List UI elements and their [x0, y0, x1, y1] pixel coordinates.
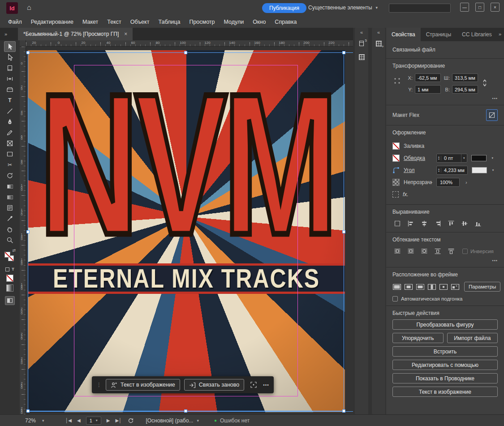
drag-grip-icon[interactable]: ⋮: [96, 382, 102, 388]
ruler-corner[interactable]: [20, 40, 26, 47]
chevron-down-icon[interactable]: ▾: [492, 156, 494, 160]
menu-item-layout[interactable]: Макет: [78, 19, 103, 25]
wrap-more-icon[interactable]: •••: [392, 258, 498, 263]
autofit-checkbox[interactable]: [392, 296, 398, 301]
hand-tool[interactable]: [4, 224, 16, 235]
constrain-proportions-icon[interactable]: [482, 79, 488, 87]
tab-properties[interactable]: Свойства: [386, 28, 421, 41]
tab-close-icon[interactable]: ×: [124, 31, 127, 37]
align-left-icon[interactable]: [406, 219, 416, 228]
corner-radius-stepper[interactable]: ▴▾ 4,233 мм: [436, 166, 468, 175]
wrap-bounding-box-icon[interactable]: [406, 247, 416, 256]
workspace-selector[interactable]: Существенные элементы ▾: [308, 4, 378, 11]
stroke-weight-stepper[interactable]: ▴▾ 0 пт ▾: [436, 154, 467, 163]
expand-tools-icon[interactable]: »: [0, 31, 12, 40]
menu-item-object[interactable]: Объект: [126, 19, 154, 25]
zoom-dropdown[interactable]: 72% ▾: [25, 417, 54, 424]
direct-selection-tool[interactable]: [4, 52, 16, 63]
collapse-dock-icon[interactable]: «: [355, 28, 368, 37]
wrap-none-icon[interactable]: [392, 247, 402, 256]
document-tab[interactable]: *Безымянный-1 @ 72% [Просмотр ГП] ×: [18, 28, 133, 40]
maximize-button[interactable]: □: [475, 3, 484, 12]
y-input[interactable]: [415, 85, 441, 94]
opacity-dropdown[interactable]: 100%: [436, 178, 460, 187]
align-center-horizontal-icon[interactable]: [419, 219, 429, 228]
align-bottom-icon[interactable]: [473, 219, 483, 228]
pasteboard[interactable]: NVM ETERNAL MIX TRACKS ⋮ Текст в изображ…: [26, 47, 353, 414]
selection-handle[interactable]: [184, 51, 187, 54]
fitting-options-button[interactable]: Параметры: [464, 282, 500, 292]
formatting-text-icon[interactable]: T: [12, 267, 14, 271]
text-to-image-quick-button[interactable]: Текст в изображение: [392, 387, 498, 397]
corner-style-swatch[interactable]: [472, 167, 487, 173]
collapse-dock-icon[interactable]: «: [372, 28, 385, 37]
menu-item-type[interactable]: Текст: [103, 19, 125, 25]
chevron-right-icon[interactable]: ›: [465, 180, 467, 185]
free-transform-tool[interactable]: [4, 170, 16, 181]
chevron-down-icon[interactable]: ▾: [461, 154, 467, 162]
content-collector-tool[interactable]: [4, 84, 16, 95]
fitting-content-aware-icon[interactable]: [451, 282, 460, 291]
pencil-tool[interactable]: [4, 127, 16, 138]
stroke-color-swatch[interactable]: [392, 155, 400, 162]
type-tool[interactable]: T: [4, 95, 16, 106]
eyedropper-tool[interactable]: [4, 213, 16, 224]
search-input[interactable]: [389, 4, 451, 13]
selection-tool[interactable]: [4, 41, 16, 52]
transform-more-icon[interactable]: •••: [392, 96, 498, 101]
arrange-button[interactable]: Упорядочить: [392, 333, 444, 343]
relink-button[interactable]: Связать заново: [184, 379, 244, 391]
menu-item-window[interactable]: Окно: [248, 19, 270, 25]
context-more-button[interactable]: •••: [263, 383, 269, 387]
tab-pages[interactable]: Страницы: [421, 28, 457, 41]
edit-with-button[interactable]: Редактировать с помощью: [392, 360, 498, 370]
selection-handle[interactable]: [26, 230, 30, 233]
fill-swatch[interactable]: [4, 252, 10, 258]
note-tool[interactable]: [4, 202, 16, 213]
preflight-dropdown[interactable]: [Основной] (рабо... ▾: [146, 417, 198, 424]
minimize-button[interactable]: —: [460, 3, 469, 12]
fx-button[interactable]: fx.: [403, 191, 409, 198]
apply-gradient-swatch[interactable]: [6, 284, 13, 292]
selection-handle[interactable]: [26, 409, 30, 413]
panel-menu-icon[interactable]: »: [499, 31, 501, 37]
menu-item-table[interactable]: Таблица: [154, 19, 185, 25]
fitting-fill-frame-icon[interactable]: [392, 282, 401, 291]
frame-tool[interactable]: [4, 138, 16, 149]
fitting-fit-content-to-frame-icon[interactable]: [427, 282, 436, 291]
selection-handle[interactable]: [342, 409, 345, 413]
menu-item-view[interactable]: Просмотр: [185, 19, 219, 25]
pages-panel-icon[interactable]: 5: [355, 37, 368, 50]
gap-tool[interactable]: [4, 73, 16, 84]
selection-handle[interactable]: [342, 51, 345, 54]
page-number-dropdown[interactable]: 1 ▾: [86, 417, 101, 425]
corner-label[interactable]: Угол: [404, 167, 432, 173]
menu-item-plugins[interactable]: Модули: [220, 19, 249, 25]
line-tool[interactable]: [4, 106, 16, 116]
home-icon[interactable]: ⌂: [27, 4, 31, 12]
chevron-down-icon[interactable]: ▾: [492, 168, 494, 172]
menu-item-help[interactable]: Справка: [270, 19, 301, 25]
stroke-style-swatch[interactable]: [471, 155, 487, 161]
height-input[interactable]: [452, 85, 478, 94]
apply-none-swatch[interactable]: [6, 275, 13, 282]
formatting-container-icon[interactable]: [5, 267, 9, 271]
selection-handle[interactable]: [184, 409, 187, 413]
align-key-object-icon[interactable]: [392, 219, 402, 228]
align-center-vertical-icon[interactable]: [460, 219, 470, 228]
x-input[interactable]: [415, 73, 441, 82]
menu-item-edit[interactable]: Редактирование: [26, 19, 78, 25]
reference-point-grid[interactable]: [392, 76, 402, 86]
fitting-fit-frame-to-content-icon[interactable]: [416, 282, 425, 291]
previous-page-button[interactable]: ◀: [77, 418, 81, 423]
embed-button[interactable]: Встроить: [392, 346, 498, 357]
rectangle-tool[interactable]: [4, 149, 16, 159]
align-top-icon[interactable]: [446, 219, 456, 228]
screen-mode-button[interactable]: [5, 296, 15, 305]
convert-shape-button[interactable]: Преобразовать фигуру: [392, 319, 498, 330]
wrap-object-shape-icon[interactable]: [419, 247, 429, 256]
zoom-tool[interactable]: [4, 235, 16, 245]
scissors-tool[interactable]: ✂: [4, 159, 16, 170]
next-page-button[interactable]: ▶: [107, 418, 110, 423]
gradient-tool[interactable]: [4, 181, 16, 192]
